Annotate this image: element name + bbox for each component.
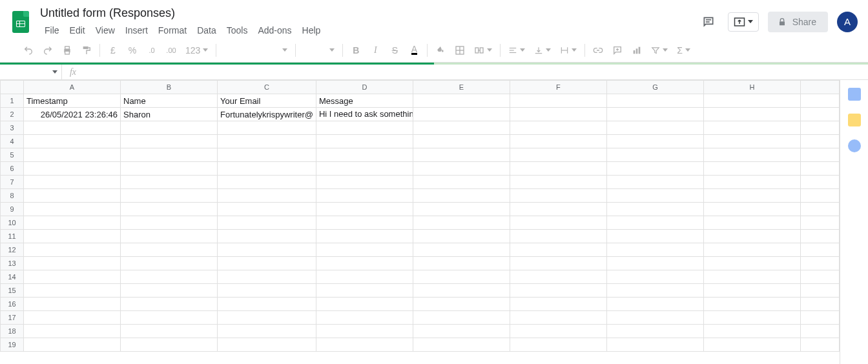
- cell-E16[interactable]: [413, 298, 510, 311]
- row-header-5[interactable]: 5: [1, 148, 24, 162]
- cell-F11[interactable]: [510, 230, 606, 243]
- cell-H10[interactable]: [703, 216, 800, 230]
- cell-H7[interactable]: [703, 176, 800, 189]
- cell-C18[interactable]: [218, 325, 316, 338]
- col-header-F[interactable]: F: [510, 81, 606, 94]
- cell-C1[interactable]: Your Email: [218, 94, 316, 108]
- col-header-A[interactable]: A: [24, 81, 121, 94]
- cell-I10[interactable]: [800, 216, 839, 230]
- cell-D15[interactable]: [316, 284, 413, 298]
- increase-decimal-button[interactable]: .00: [162, 42, 180, 59]
- cell-E15[interactable]: [413, 284, 510, 298]
- borders-button[interactable]: [451, 42, 469, 59]
- cell-G8[interactable]: [606, 189, 703, 203]
- cell-C19[interactable]: [218, 338, 316, 352]
- cell-H9[interactable]: [703, 203, 800, 216]
- cell-C15[interactable]: [218, 284, 316, 298]
- cell-D5[interactable]: [316, 148, 413, 162]
- cell-A18[interactable]: [24, 325, 121, 338]
- row-header-18[interactable]: 18: [1, 325, 24, 338]
- filter-button[interactable]: [647, 42, 672, 59]
- insert-comment-button[interactable]: [608, 42, 626, 59]
- cell-C17[interactable]: [218, 311, 316, 325]
- cell-H6[interactable]: [703, 162, 800, 176]
- text-wrap-button[interactable]: [556, 42, 581, 59]
- cell-G11[interactable]: [606, 230, 703, 243]
- cell-D12[interactable]: [316, 243, 413, 257]
- cell-A9[interactable]: [24, 203, 121, 216]
- decrease-decimal-button[interactable]: .0: [143, 42, 161, 59]
- tasks-icon[interactable]: [848, 139, 861, 152]
- cell-C12[interactable]: [218, 243, 316, 257]
- cell-E6[interactable]: [413, 162, 510, 176]
- cell-F19[interactable]: [510, 338, 606, 352]
- share-button[interactable]: Share: [768, 12, 828, 32]
- row-header-9[interactable]: 9: [1, 203, 24, 216]
- row-header-14[interactable]: 14: [1, 270, 24, 284]
- cell-C7[interactable]: [218, 176, 316, 189]
- cell-E5[interactable]: [413, 148, 510, 162]
- cell-F18[interactable]: [510, 325, 606, 338]
- cell-I15[interactable]: [800, 284, 839, 298]
- cell-A12[interactable]: [24, 243, 121, 257]
- cell-H3[interactable]: [703, 121, 800, 135]
- cell-G19[interactable]: [606, 338, 703, 352]
- cell-C4[interactable]: [218, 135, 316, 148]
- cell-B7[interactable]: [121, 176, 218, 189]
- cell-A16[interactable]: [24, 298, 121, 311]
- cell-E1[interactable]: [413, 94, 510, 108]
- cell-H2[interactable]: [703, 108, 800, 121]
- cell-I12[interactable]: [800, 243, 839, 257]
- cell-F10[interactable]: [510, 216, 606, 230]
- text-color-button[interactable]: A: [405, 42, 423, 59]
- cell-D19[interactable]: [316, 338, 413, 352]
- undo-button[interactable]: [19, 42, 37, 59]
- row-header-6[interactable]: 6: [1, 162, 24, 176]
- cell-F15[interactable]: [510, 284, 606, 298]
- row-header-12[interactable]: 12: [1, 243, 24, 257]
- cell-G9[interactable]: [606, 203, 703, 216]
- cell-D10[interactable]: [316, 216, 413, 230]
- cell-A5[interactable]: [24, 148, 121, 162]
- cell-B14[interactable]: [121, 270, 218, 284]
- cell-H8[interactable]: [703, 189, 800, 203]
- cell-H16[interactable]: [703, 298, 800, 311]
- row-header-7[interactable]: 7: [1, 176, 24, 189]
- cell-G7[interactable]: [606, 176, 703, 189]
- cell-C16[interactable]: [218, 298, 316, 311]
- cell-C9[interactable]: [218, 203, 316, 216]
- cell-D9[interactable]: [316, 203, 413, 216]
- cell-E10[interactable]: [413, 216, 510, 230]
- cell-D17[interactable]: [316, 311, 413, 325]
- menu-addons[interactable]: Add-ons: [253, 23, 296, 38]
- account-avatar[interactable]: A: [837, 12, 858, 32]
- cell-D11[interactable]: [316, 230, 413, 243]
- cell-C3[interactable]: [218, 121, 316, 135]
- spreadsheet-grid[interactable]: A B C D E F G H 1TimestampNameYour Email…: [0, 80, 840, 364]
- select-all-corner[interactable]: [1, 81, 24, 94]
- cell-G6[interactable]: [606, 162, 703, 176]
- cell-I2[interactable]: [800, 108, 839, 121]
- cell-F6[interactable]: [510, 162, 606, 176]
- cell-E13[interactable]: [413, 257, 510, 270]
- row-header-17[interactable]: 17: [1, 311, 24, 325]
- menu-tools[interactable]: Tools: [222, 23, 253, 38]
- app-logo[interactable]: [8, 9, 34, 35]
- cell-H19[interactable]: [703, 338, 800, 352]
- cell-B4[interactable]: [121, 135, 218, 148]
- cell-H4[interactable]: [703, 135, 800, 148]
- cell-H17[interactable]: [703, 311, 800, 325]
- cell-E3[interactable]: [413, 121, 510, 135]
- col-header-B[interactable]: B: [121, 81, 218, 94]
- cell-I19[interactable]: [800, 338, 839, 352]
- cell-H11[interactable]: [703, 230, 800, 243]
- functions-button[interactable]: Σ: [673, 42, 694, 59]
- cell-E19[interactable]: [413, 338, 510, 352]
- cell-A13[interactable]: [24, 257, 121, 270]
- cell-G13[interactable]: [606, 257, 703, 270]
- row-header-4[interactable]: 4: [1, 135, 24, 148]
- cell-D6[interactable]: [316, 162, 413, 176]
- cell-F9[interactable]: [510, 203, 606, 216]
- menu-help[interactable]: Help: [298, 23, 326, 38]
- cell-G5[interactable]: [606, 148, 703, 162]
